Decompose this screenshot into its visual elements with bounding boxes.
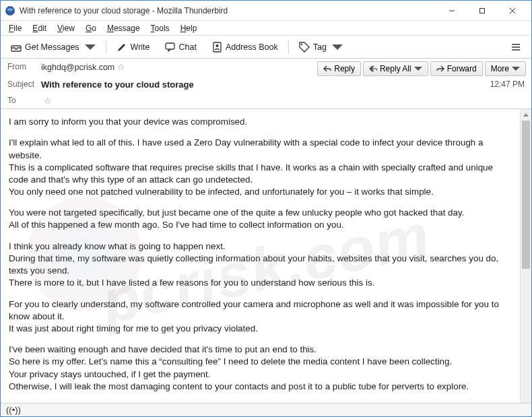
tag-icon: [299, 42, 310, 53]
toolbar-divider: [288, 40, 289, 54]
body-paragraph: It was just about right timing for me to…: [9, 323, 512, 335]
body-paragraph: You were not targeted specifically, but …: [9, 207, 512, 219]
action-buttons: Reply Reply All Forward More: [312, 59, 531, 76]
toolbar: Get Messages Write Chat Address Book Tag: [1, 36, 531, 59]
inbox-icon: [11, 42, 22, 53]
chevron-down-icon: [332, 42, 343, 53]
svg-rect-2: [479, 8, 484, 13]
reply-all-icon: [369, 65, 377, 73]
chevron-down-icon: [85, 42, 96, 53]
write-button[interactable]: Write: [110, 38, 156, 56]
body-paragraph: I'll explain what led to all of this. I …: [9, 137, 512, 161]
maximize-button[interactable]: [467, 1, 497, 20]
message-body-wrap: pcrisk.com I am sorry to inform you that…: [1, 109, 531, 417]
menu-tools[interactable]: Tools: [145, 22, 175, 34]
forward-label: Forward: [447, 64, 477, 73]
forward-icon: [436, 65, 444, 73]
tag-button[interactable]: Tag: [293, 38, 349, 56]
to-value: ☆: [41, 96, 525, 106]
address-book-label: Address Book: [226, 42, 278, 52]
menu-file[interactable]: File: [3, 22, 27, 34]
title-bar: With reference to your cloud storage - M…: [1, 1, 531, 21]
body-paragraph: Otherwise, I will leak the most damaging…: [9, 381, 512, 393]
message-time: 12:47 PM: [490, 79, 525, 89]
reply-all-button[interactable]: Reply All: [363, 61, 428, 76]
get-messages-button[interactable]: Get Messages: [5, 38, 102, 56]
subject-value: With reference to your cloud storage: [41, 79, 490, 90]
body-paragraph: Your privacy stays untouched, if I get t…: [9, 368, 512, 381]
body-paragraph: This is a complicated software that requ…: [9, 162, 512, 186]
from-label: From: [7, 62, 41, 71]
body-paragraph: You only need one not patched vulnerabil…: [9, 186, 512, 198]
svg-rect-5: [11, 46, 21, 51]
chat-button[interactable]: Chat: [159, 38, 203, 56]
hamburger-icon: [510, 42, 521, 53]
get-messages-label: Get Messages: [25, 42, 79, 52]
subject-row: Subject With reference to your cloud sto…: [1, 76, 531, 92]
reply-button[interactable]: Reply: [317, 61, 361, 76]
message-body[interactable]: I am sorry to inform you that your devic…: [1, 109, 520, 417]
body-paragraph: So here is my offer. Let's name this a “…: [9, 356, 512, 368]
app-menu-button[interactable]: [504, 38, 527, 56]
scroll-thumb[interactable]: [522, 121, 530, 269]
from-row: From ikghdq@pcrisk.com☆: [1, 59, 312, 75]
forward-button[interactable]: Forward: [430, 61, 483, 76]
svg-point-9: [301, 43, 302, 44]
chat-label: Chat: [179, 42, 197, 52]
body-paragraph: All of this happened a few month ago. So…: [9, 219, 512, 231]
tag-label: Tag: [313, 42, 327, 52]
to-label: To: [7, 96, 41, 105]
close-button[interactable]: [497, 1, 527, 20]
toolbar-divider: [106, 40, 106, 54]
online-status-icon[interactable]: ((•)): [6, 405, 21, 415]
svg-point-8: [215, 44, 218, 47]
chevron-down-icon: [414, 65, 422, 73]
pencil-icon: [117, 42, 127, 53]
address-book-icon: [211, 42, 222, 53]
body-paragraph: There is more to it, but I have listed a…: [9, 277, 512, 289]
body-paragraph: I've been waiting enough and have decide…: [9, 344, 512, 356]
menu-view[interactable]: View: [52, 22, 80, 34]
menu-edit[interactable]: Edit: [27, 22, 52, 34]
subject-label: Subject: [7, 79, 41, 89]
message-header: From ikghdq@pcrisk.com☆ Reply Reply All …: [1, 59, 531, 109]
status-bar: ((•)): [1, 403, 531, 416]
svg-rect-6: [166, 43, 174, 49]
reply-label: Reply: [334, 64, 355, 73]
from-value[interactable]: ikghdq@pcrisk.com☆: [41, 62, 305, 72]
chat-icon: [165, 42, 176, 53]
scroll-up-button[interactable]: [521, 109, 531, 121]
body-paragraph: I am sorry to inform you that your devic…: [9, 116, 512, 128]
scrollbar[interactable]: [520, 109, 531, 417]
write-label: Write: [131, 42, 150, 52]
more-label: More: [491, 64, 509, 73]
window-title: With reference to your cloud storage - M…: [20, 6, 436, 15]
menu-go[interactable]: Go: [80, 22, 102, 34]
address-book-button[interactable]: Address Book: [205, 38, 284, 56]
minimize-button[interactable]: [436, 1, 467, 20]
body-paragraph: During that time, my software was quietl…: [9, 253, 512, 277]
star-icon[interactable]: ☆: [117, 62, 125, 72]
thunderbird-icon: [5, 5, 15, 16]
reply-all-label: Reply All: [380, 64, 411, 73]
body-paragraph: I think you already know what is going t…: [9, 240, 512, 253]
to-row: To ☆: [1, 92, 531, 108]
chevron-down-icon: [512, 65, 520, 73]
menu-message[interactable]: Message: [102, 22, 145, 34]
reply-icon: [323, 65, 331, 73]
menu-help[interactable]: Help: [175, 22, 203, 34]
body-paragraph: For you to clearly understand, my softwa…: [9, 298, 512, 323]
star-icon[interactable]: ☆: [44, 96, 52, 106]
more-button[interactable]: More: [485, 61, 526, 76]
menu-bar: File Edit View Go Message Tools Help: [1, 21, 531, 36]
